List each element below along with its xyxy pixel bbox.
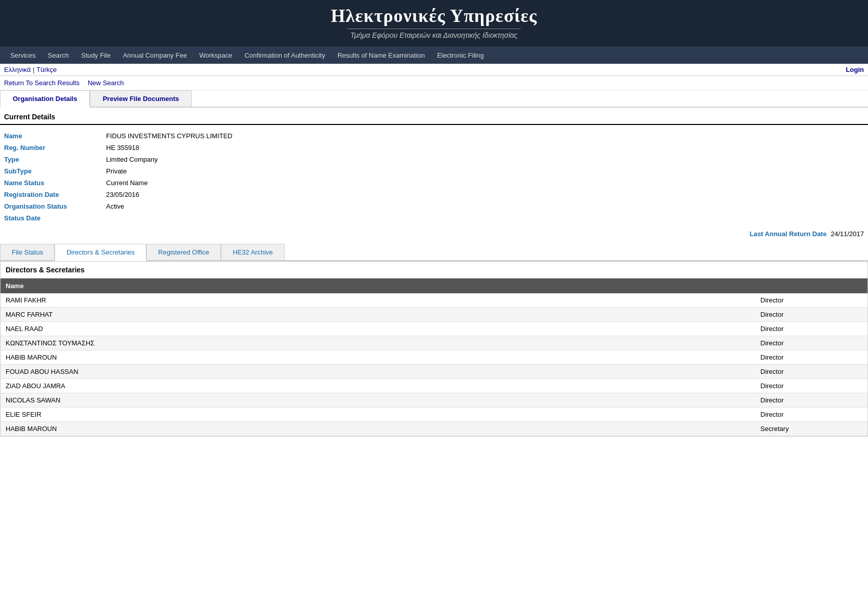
director-name: HABIB MAROUN xyxy=(1,422,755,436)
director-role: Director xyxy=(755,350,867,365)
turkish-link[interactable]: Türkçe xyxy=(37,66,57,73)
language-bar: Ελληνικά | Türkçe Login xyxy=(0,64,868,76)
nav-confirmation[interactable]: Confirmation of Authenticity xyxy=(238,47,331,63)
director-name: ELIE SFEIR xyxy=(1,408,755,422)
director-role: Secretary xyxy=(755,422,867,436)
table-row: HABIB MAROUN Director xyxy=(1,350,867,365)
director-role: Director xyxy=(755,408,867,422)
value-subtype: Private xyxy=(106,166,864,176)
table-row: ELIE SFEIR Director xyxy=(1,408,867,422)
table-row: FOUAD ABOU HASSAN Director xyxy=(1,365,867,379)
director-name: HABIB MAROUN xyxy=(1,350,755,365)
director-name: NICOLAS SAWAN xyxy=(1,393,755,408)
tab-organisation-details[interactable]: Organisation Details xyxy=(0,90,90,108)
table-row: NAEL RAAD Director xyxy=(1,322,867,336)
director-role: Director xyxy=(755,336,867,350)
return-to-search-link[interactable]: Return To Search Results xyxy=(4,79,80,87)
bottom-tabs: File Status Directors & Secretaries Regi… xyxy=(0,244,868,261)
directors-section-title: Directors & Secretaries xyxy=(1,262,867,279)
annual-return-label: Last Annual Return Date xyxy=(750,230,827,238)
table-row: NICOLAS SAWAN Director xyxy=(1,393,867,408)
details-grid: Name FIDUS INVESTMENTS CYPRUS LIMITED Re… xyxy=(0,129,868,227)
site-title: Ηλεκτρονικές Υπηρεσίες xyxy=(0,5,868,27)
nav-workspace[interactable]: Workspace xyxy=(193,47,239,63)
table-row: HABIB MAROUN Secretary xyxy=(1,422,867,436)
director-name: NAEL RAAD xyxy=(1,322,755,336)
tab-he32-archive[interactable]: HE32 Archive xyxy=(221,244,285,260)
nav-name-examination[interactable]: Results of Name Examination xyxy=(331,47,431,63)
director-role: Director xyxy=(755,308,867,322)
director-name: ZIAD ABOU JAMRA xyxy=(1,379,755,393)
site-header: Ηλεκτρονικές Υπηρεσίες Τμήμα Εφόρου Εται… xyxy=(0,0,868,46)
label-name-status: Name Status xyxy=(4,178,106,188)
lang-separator: | xyxy=(33,66,34,73)
top-tabs: Organisation Details Preview File Docume… xyxy=(0,90,868,108)
tab-registered-office[interactable]: Registered Office xyxy=(146,244,221,260)
label-status-date: Status Date xyxy=(4,213,106,223)
new-search-link[interactable]: New Search xyxy=(88,79,124,87)
value-registration-date: 23/05/2016 xyxy=(106,190,864,199)
greek-link[interactable]: Ελληνικά xyxy=(4,66,31,73)
main-navbar: Services Search Study File Annual Compan… xyxy=(0,46,868,64)
annual-return-value: 24/11/2017 xyxy=(831,230,864,238)
value-name: FIDUS INVESTMENTS CYPRUS LIMITED xyxy=(106,131,864,141)
nav-search[interactable]: Search xyxy=(42,47,75,63)
value-name-status: Current Name xyxy=(106,178,864,188)
director-role: Director xyxy=(755,293,867,308)
value-status-date xyxy=(106,213,864,223)
value-type: Limited Company xyxy=(106,155,864,164)
col-role-header xyxy=(755,279,867,293)
nav-annual-company-fee[interactable]: Annual Company Fee xyxy=(117,47,193,63)
tab-file-status[interactable]: File Status xyxy=(0,244,55,260)
label-reg-number: Reg. Number xyxy=(4,143,106,153)
table-header-row: Name xyxy=(1,279,867,293)
login-link[interactable]: Login xyxy=(846,66,864,73)
table-row: MARC FARHAT Director xyxy=(1,308,867,322)
directors-table: Name RAMI FAKHR Director MARC FARHAT Dir… xyxy=(1,279,867,436)
site-subtitle: Τμήμα Εφόρου Εταιρειών και Διανοητικής Ι… xyxy=(0,31,868,39)
director-role: Director xyxy=(755,365,867,379)
nav-services[interactable]: Services xyxy=(4,47,42,63)
director-name: FOUAD ABOU HASSAN xyxy=(1,365,755,379)
tab-directors-secretaries[interactable]: Directors & Secretaries xyxy=(55,244,146,261)
value-reg-number: HE 355918 xyxy=(106,143,864,153)
label-subtype: SubType xyxy=(4,166,106,176)
directors-section: Directors & Secretaries Name RAMI FAKHR … xyxy=(0,261,868,437)
director-name: MARC FARHAT xyxy=(1,308,755,322)
annual-return-row: Last Annual Return Date 24/11/2017 xyxy=(0,227,868,244)
director-name: RAMI FAKHR xyxy=(1,293,755,308)
label-type: Type xyxy=(4,155,106,164)
table-row: RAMI FAKHR Director xyxy=(1,293,867,308)
director-role: Director xyxy=(755,322,867,336)
label-organisation-status: Organisation Status xyxy=(4,201,106,211)
table-row: ΚΩΝΣΤΑΝΤΙΝΟΣ ΤΟΥΜΑΣΗΣ Director xyxy=(1,336,867,350)
value-organisation-status: Active xyxy=(106,201,864,211)
director-role: Director xyxy=(755,379,867,393)
col-name-header: Name xyxy=(1,279,755,293)
current-details-header: Current Details xyxy=(0,108,868,125)
breadcrumb-bar: Return To Search Results New Search xyxy=(0,76,868,90)
director-role: Director xyxy=(755,393,867,408)
nav-electronic-filing[interactable]: Electronic Filing xyxy=(431,47,490,63)
table-row: ZIAD ABOU JAMRA Director xyxy=(1,379,867,393)
label-registration-date: Registration Date xyxy=(4,190,106,199)
label-name: Name xyxy=(4,131,106,141)
director-name: ΚΩΝΣΤΑΝΤΙΝΟΣ ΤΟΥΜΑΣΗΣ xyxy=(1,336,755,350)
tab-preview-file-documents[interactable]: Preview File Documents xyxy=(90,90,192,107)
nav-study-file[interactable]: Study File xyxy=(75,47,117,63)
